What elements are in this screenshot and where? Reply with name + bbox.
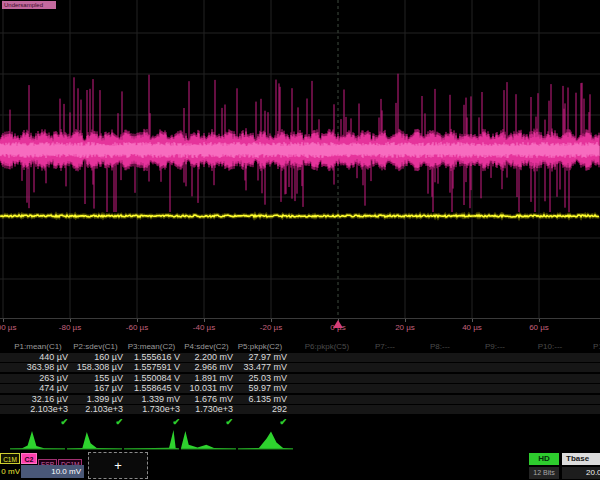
status-check-icon: ✔ xyxy=(233,417,287,427)
measurement-row: 32.16 µV1.399 µV1.339 mV1.676 mV6.135 mV xyxy=(0,395,600,404)
axis-tick xyxy=(472,319,473,322)
measurement-header-inactive[interactable]: P7:--- xyxy=(358,342,412,352)
histicon-thumbnail[interactable] xyxy=(124,429,179,451)
axis-tick xyxy=(539,319,540,322)
measurement-header-inactive[interactable]: P6:pkpk(C5) xyxy=(300,342,354,352)
measurement-value: 363.98 µV xyxy=(8,363,68,372)
measurement-header-inactive[interactable]: P10:--- xyxy=(523,342,577,352)
channel-c2-scale: 10.0 mV xyxy=(21,465,84,478)
channel-c2-descriptor[interactable]: C2 xyxy=(21,453,37,464)
oscilloscope-screen: Undersampled -100 µs-80 µs-60 µs-40 µs-2… xyxy=(0,0,600,480)
axis-tick xyxy=(405,319,406,322)
measurement-value: 1.555616 V xyxy=(123,353,180,362)
measurement-value: 27.97 mV xyxy=(233,353,287,362)
measurement-value: 155 µV xyxy=(68,374,123,383)
measurement-value: 1.891 mV xyxy=(180,374,233,383)
measurement-value: 167 µV xyxy=(68,384,123,393)
status-check-icon: ✔ xyxy=(68,417,123,427)
measurement-value: 1.676 mV xyxy=(180,395,233,404)
measurement-value: 2.103e+3 xyxy=(8,405,68,414)
measurement-row: 363.98 µV158.308 µV1.557591 V2.966 mV33.… xyxy=(0,363,600,372)
grid-and-traces[interactable] xyxy=(0,0,600,318)
measurement-value: 1.339 mV xyxy=(123,395,180,404)
measurement-value: 1.730e+3 xyxy=(180,405,233,414)
measurement-header[interactable]: P5:pkpk(C2) xyxy=(233,342,287,352)
time-axis-label: 60 µs xyxy=(529,323,549,332)
timebase-scale-text: 20.0 xyxy=(586,467,600,479)
measurement-row: 2.103e+32.103e+31.730e+31.730e+3292 xyxy=(0,405,600,414)
measurement-histicons xyxy=(0,429,600,451)
measurement-value: 1.730e+3 xyxy=(123,405,180,414)
measurement-value: 1.399 µV xyxy=(68,395,123,404)
hd-mode-badge[interactable]: HD xyxy=(529,453,559,465)
measurement-header[interactable]: P4:sdev(C2) xyxy=(180,342,233,352)
timebase-value: 20.0 xyxy=(562,467,600,479)
histicon-thumbnail[interactable] xyxy=(181,429,236,451)
measurement-value: 474 µV xyxy=(8,384,68,393)
time-axis-label: 40 µs xyxy=(462,323,482,332)
measurement-value: 2.103e+3 xyxy=(68,405,123,414)
axis-tick xyxy=(70,319,71,322)
measurement-row: 474 µV167 µV1.558645 V10.031 mV59.97 mV xyxy=(0,384,600,393)
time-axis-label: -80 µs xyxy=(59,323,81,332)
time-axis-label: -40 µs xyxy=(193,323,215,332)
measurement-value: 10.031 mV xyxy=(180,384,233,393)
measurement-value: 6.135 mV xyxy=(233,395,287,404)
status-check-icon: ✔ xyxy=(180,417,233,427)
descriptor-bar: C1M 0 mV C2 ESPDC1M 10.0 mV + HD 12 Bits… xyxy=(0,452,600,480)
measurement-header-inactive[interactable]: P9:--- xyxy=(468,342,522,352)
measurement-value: 32.16 µV xyxy=(8,395,68,404)
measurement-status-row: ✔✔✔✔✔ xyxy=(0,417,600,428)
time-axis-label: -100 µs xyxy=(0,323,16,332)
measurement-value: 1.557591 V xyxy=(123,363,180,372)
status-check-icon: ✔ xyxy=(8,417,68,427)
channel-c1-descriptor[interactable]: C1M xyxy=(0,453,20,464)
histicon-thumbnail[interactable] xyxy=(10,429,65,451)
measurement-value: 1.558645 V xyxy=(123,384,180,393)
trigger-position-marker[interactable] xyxy=(333,320,343,328)
undersampled-badge: Undersampled xyxy=(2,1,56,9)
time-axis: -100 µs-80 µs-60 µs-40 µs-20 µs0 µs20 µs… xyxy=(0,318,600,337)
histicon-thumbnail[interactable] xyxy=(67,429,122,451)
time-axis-label: 20 µs xyxy=(395,323,415,332)
time-axis-label: -60 µs xyxy=(126,323,148,332)
timebase-descriptor[interactable]: Tbase xyxy=(562,453,600,465)
axis-tick xyxy=(204,319,205,322)
measurement-header[interactable]: P1:mean(C1) xyxy=(8,342,68,352)
axis-tick xyxy=(271,319,272,322)
measurement-value: 440 µV xyxy=(8,353,68,362)
measurement-row: 263 µV155 µV1.550084 V1.891 mV25.03 mV xyxy=(0,374,600,383)
measurement-header-inactive[interactable]: P11:--- xyxy=(578,342,600,352)
histicon-thumbnail[interactable] xyxy=(238,429,293,451)
channel-c2-coupling-chips: ESPDC1M xyxy=(38,453,83,464)
measurement-value: 158.308 µV xyxy=(68,363,123,372)
axis-tick xyxy=(137,319,138,322)
measurement-value: 1.550084 V xyxy=(123,374,180,383)
measurement-value: 25.03 mV xyxy=(233,374,287,383)
measurement-value: 33.477 mV xyxy=(233,363,287,372)
hd-bits-label: 12 Bits xyxy=(529,467,559,479)
add-trace-button[interactable]: + xyxy=(88,452,148,479)
measurement-value: 263 µV xyxy=(8,374,68,383)
measurement-row: 440 µV160 µV1.555616 V2.200 mV27.97 mV xyxy=(0,353,600,362)
measurement-header[interactable]: P2:sdev(C1) xyxy=(68,342,123,352)
measurement-value: 292 xyxy=(233,405,287,414)
measurement-value: 59.97 mV xyxy=(233,384,287,393)
measurement-value: 160 µV xyxy=(68,353,123,362)
status-check-icon: ✔ xyxy=(123,417,180,427)
axis-tick xyxy=(3,319,4,322)
measurement-header-inactive[interactable]: P8:--- xyxy=(413,342,467,352)
waveform-display[interactable]: Undersampled xyxy=(0,0,600,318)
measurement-header[interactable]: P3:mean(C2) xyxy=(123,342,180,352)
channel-c1-scale: 0 mV xyxy=(0,465,20,478)
measurement-value: 2.966 mV xyxy=(180,363,233,372)
measurement-value: 2.200 mV xyxy=(180,353,233,362)
time-axis-label: -20 µs xyxy=(260,323,282,332)
